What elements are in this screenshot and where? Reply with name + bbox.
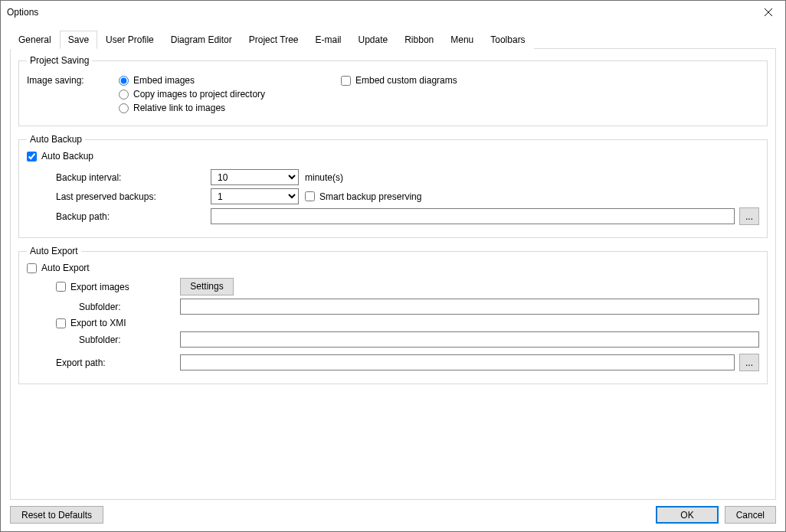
project-saving-legend: Project Saving — [27, 55, 92, 66]
radio-relative-link-label: Relative link to images — [133, 103, 225, 113]
tab-bar: General Save User Profile Diagram Editor… — [10, 30, 776, 49]
tab-project-tree[interactable]: Project Tree — [241, 31, 307, 49]
cancel-button[interactable]: Cancel — [725, 506, 776, 524]
backup-interval-select[interactable]: 10 — [211, 169, 299, 185]
radio-copy-images-label: Copy images to project directory — [133, 89, 265, 100]
auto-export-legend: Auto Export — [27, 246, 81, 256]
check-embed-custom-diagrams-input[interactable] — [341, 76, 351, 86]
export-images-subfolder-input[interactable] — [180, 299, 759, 315]
auto-export-group: Auto Export Auto Export Export images Se… — [18, 246, 768, 384]
ok-button[interactable]: OK — [656, 506, 718, 524]
check-export-images-input[interactable] — [56, 282, 66, 292]
auto-backup-legend: Auto Backup — [27, 134, 85, 145]
export-path-browse-button[interactable]: ... — [739, 354, 759, 371]
tab-ribbon[interactable]: Ribbon — [396, 31, 442, 49]
export-images-settings-button[interactable]: Settings — [180, 278, 234, 295]
backup-interval-unit: minute(s) — [305, 172, 343, 183]
project-saving-group: Project Saving Image saving: Embed image… — [18, 55, 768, 126]
tab-update[interactable]: Update — [350, 31, 397, 49]
footer-bar: Reset to Defaults OK Cancel — [1, 500, 785, 531]
tab-diagram-editor[interactable]: Diagram Editor — [162, 31, 241, 49]
backup-path-label: Backup path: — [27, 211, 211, 222]
check-auto-backup-label: Auto Backup — [41, 151, 93, 162]
export-path-input[interactable] — [180, 354, 735, 370]
check-export-xmi-input[interactable] — [56, 318, 66, 328]
backup-path-input[interactable] — [211, 208, 735, 224]
check-smart-backup-label: Smart backup preserving — [319, 191, 421, 202]
check-auto-backup-input[interactable] — [27, 152, 37, 162]
close-icon — [765, 8, 772, 16]
last-preserved-label: Last preserved backups: — [27, 191, 211, 202]
radio-relative-link[interactable]: Relative link to images — [119, 103, 225, 113]
check-embed-custom-diagrams-label: Embed custom diagrams — [355, 75, 457, 86]
check-auto-export-label: Auto Export — [41, 263, 90, 273]
auto-backup-group: Auto Backup Auto Backup Backup interval:… — [18, 134, 768, 238]
check-export-xmi-label: Export to XMI — [70, 318, 126, 328]
reset-defaults-button[interactable]: Reset to Defaults — [10, 506, 103, 524]
radio-relative-link-input[interactable] — [119, 103, 129, 113]
window-title: Options — [7, 7, 38, 18]
check-auto-backup[interactable]: Auto Backup — [27, 151, 759, 162]
last-preserved-select[interactable]: 1 — [211, 188, 299, 204]
content-area: General Save User Profile Diagram Editor… — [1, 24, 785, 500]
tab-toolbars[interactable]: Toolbars — [482, 31, 533, 49]
export-images-subfolder-label: Subfolder: — [27, 302, 165, 312]
export-xmi-subfolder-label: Subfolder: — [27, 335, 165, 345]
radio-embed-images-input[interactable] — [119, 76, 129, 86]
titlebar: Options — [1, 1, 785, 24]
check-export-images-label: Export images — [70, 282, 129, 292]
backup-interval-label: Backup interval: — [27, 172, 211, 183]
check-smart-backup-input[interactable] — [305, 191, 315, 201]
close-button[interactable] — [751, 1, 785, 24]
image-saving-label: Image saving: — [27, 75, 119, 86]
export-xmi-subfolder-input[interactable] — [180, 331, 759, 348]
check-embed-custom-diagrams[interactable]: Embed custom diagrams — [341, 75, 457, 86]
check-auto-export-input[interactable] — [27, 263, 37, 273]
tab-general[interactable]: General — [10, 31, 60, 49]
radio-copy-images-input[interactable] — [119, 90, 129, 100]
check-export-xmi[interactable]: Export to XMI — [56, 318, 126, 328]
radio-copy-images[interactable]: Copy images to project directory — [119, 89, 265, 100]
tab-menu[interactable]: Menu — [442, 31, 482, 49]
check-smart-backup[interactable]: Smart backup preserving — [305, 191, 421, 202]
export-path-label: Export path: — [27, 357, 165, 368]
backup-path-browse-button[interactable]: ... — [739, 207, 759, 225]
tab-user-profile[interactable]: User Profile — [97, 31, 162, 49]
options-window: Options General Save User Profile Diagra… — [0, 0, 786, 532]
tab-email[interactable]: E-mail — [306, 31, 349, 49]
tab-body-save: Project Saving Image saving: Embed image… — [10, 49, 776, 500]
radio-embed-images[interactable]: Embed images — [119, 75, 341, 86]
tab-save[interactable]: Save — [60, 31, 97, 49]
check-auto-export[interactable]: Auto Export — [27, 263, 759, 273]
check-export-images[interactable]: Export images — [56, 282, 180, 292]
radio-embed-images-label: Embed images — [133, 75, 195, 86]
